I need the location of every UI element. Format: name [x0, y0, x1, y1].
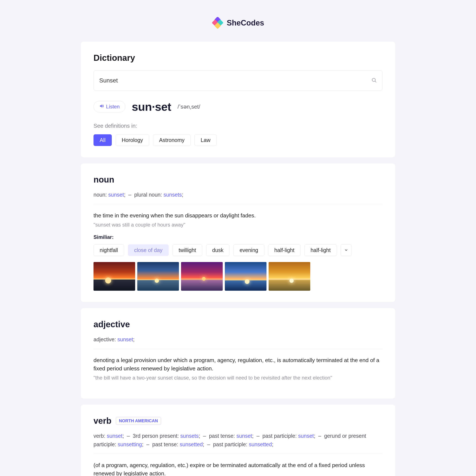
category-chip[interactable]: Astronomy — [153, 134, 191, 146]
entry-card: verbNORTH AMERICANverb: sunset; – 3rd pe… — [81, 405, 395, 476]
category-chip-row: AllHorologyAstronomyLaw — [94, 134, 382, 146]
similar-chip[interactable]: half-light — [304, 244, 337, 256]
search-input[interactable] — [99, 77, 371, 84]
region-tag: NORTH AMERICAN — [116, 417, 161, 425]
image-thumbnail[interactable] — [225, 262, 267, 291]
brand-name: SheCodes — [227, 18, 264, 27]
similar-label: Similiar: — [94, 234, 382, 240]
definition-text: the time in the evening when the sun dis… — [94, 211, 382, 220]
page-title: Dictionary — [94, 53, 382, 63]
dictionary-header-card: Dictionary Listen sun·set /ˈsənˌset/ See… — [81, 42, 395, 157]
search-field-wrap[interactable] — [94, 70, 382, 91]
divider — [94, 204, 382, 204]
phonetic: /ˈsənˌset/ — [178, 103, 200, 110]
divider — [94, 349, 382, 349]
similar-chip[interactable]: dusk — [206, 244, 230, 256]
image-thumbnail[interactable] — [94, 262, 135, 291]
word-forms: noun: sunset; – plural noun: sunsets; — [94, 190, 382, 199]
similar-chip[interactable]: evening — [233, 244, 264, 256]
similar-chip[interactable]: half-light — [268, 244, 301, 256]
chevron-down-icon — [344, 248, 348, 252]
example-text: "the bill will have a two-year sunset cl… — [94, 375, 382, 381]
example-text: "sunset was still a couple of hours away… — [94, 222, 382, 228]
category-chip[interactable]: All — [94, 134, 112, 146]
brand-logo[interactable]: SheCodes — [212, 17, 264, 29]
part-of-speech: noun — [94, 175, 382, 185]
listen-label: Listen — [106, 104, 120, 110]
image-thumbnails — [94, 262, 382, 291]
image-thumbnail[interactable] — [137, 262, 179, 291]
category-chip[interactable]: Law — [194, 134, 217, 146]
header: SheCodes — [81, 17, 395, 29]
entry-card: adjectiveadjective: sunset;denoting a le… — [81, 308, 395, 399]
similar-chip-row: nightfallclose of daytwillightduskevenin… — [94, 244, 382, 256]
image-thumbnail[interactable] — [269, 262, 310, 291]
similar-chip[interactable]: twillight — [172, 244, 202, 256]
divider — [94, 454, 382, 454]
entry-card: nounnoun: sunset; – plural noun: sunsets… — [81, 163, 395, 302]
logo-icon — [212, 17, 224, 29]
part-of-speech: verbNORTH AMERICAN — [94, 416, 382, 426]
word-forms: adjective: sunset; — [94, 335, 382, 344]
definition-text: (of a program, agency, regulation, etc.)… — [94, 461, 382, 476]
search-icon[interactable] — [371, 77, 377, 84]
svg-line-5 — [375, 81, 376, 82]
word-forms: verb: sunset; – 3rd person present: suns… — [94, 432, 382, 449]
definition-text: denoting a legal provision under which a… — [94, 356, 382, 373]
similar-chip[interactable]: nightfall — [94, 244, 124, 256]
image-thumbnail[interactable] — [181, 262, 223, 291]
definitions-in-label: See definitions in: — [94, 123, 382, 129]
expand-similar-button[interactable] — [341, 244, 352, 256]
category-chip[interactable]: Horology — [116, 134, 149, 146]
similar-chip[interactable]: close of day — [128, 244, 169, 256]
audio-icon — [99, 104, 104, 110]
listen-button[interactable]: Listen — [94, 101, 125, 112]
part-of-speech: adjective — [94, 320, 382, 329]
headword: sun·set — [132, 100, 171, 113]
